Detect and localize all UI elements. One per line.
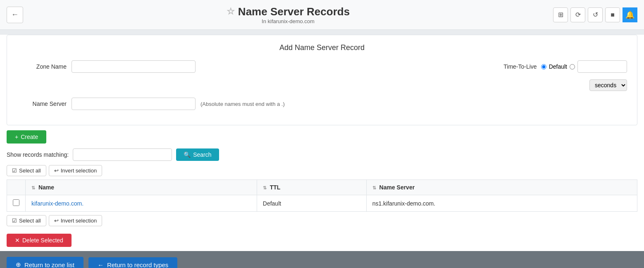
row-nameserver-cell: ns1.kifarunix-demo.com. (366, 195, 637, 212)
search-icon: 🔍 (184, 151, 191, 158)
checkbox-icon-top: ☑ (12, 168, 17, 174)
return-zone-button[interactable]: ⊕ Return to zone list (7, 257, 83, 268)
refresh-button[interactable]: ⟳ (570, 7, 585, 22)
seconds-select[interactable]: seconds (589, 79, 627, 91)
search-input[interactable] (73, 148, 172, 161)
notification-button[interactable]: 🔔 (623, 7, 637, 22)
ttl-value-input[interactable] (577, 60, 627, 73)
top-actions-row: ☑ Select all ↩ Invert selection (7, 165, 637, 176)
invert-label-bottom: Invert selection (61, 218, 97, 224)
filter-icon: ⊞ (558, 11, 563, 19)
bottom-actions-row: ☑ Select all ↩ Invert selection (7, 215, 637, 226)
ttl-default-label: Default (549, 63, 567, 70)
page-title-text: Name Server Records (238, 5, 350, 18)
record-name-link[interactable]: kifarunix-demo.com. (31, 200, 83, 207)
select-all-button-bottom[interactable]: ☑ Select all (7, 215, 46, 226)
delete-icon: ✕ (15, 237, 20, 244)
topbar-right: ⊞ ⟳ ↺ ■ 🔔 (553, 7, 637, 22)
page-title: ☆ Name Server Records (23, 5, 553, 18)
delete-button[interactable]: ✕ Delete Selected (7, 234, 72, 247)
seconds-row: seconds (17, 79, 627, 91)
invert-label-top: Invert selection (61, 168, 97, 174)
name-column-header[interactable]: ⇅ Name (26, 180, 257, 195)
bottom-bar: ⊕ Return to zone list ← Return to record… (0, 251, 644, 268)
ttl-column-header[interactable]: ⇅ TTL (257, 180, 366, 195)
stop-icon: ■ (611, 11, 615, 19)
nameserver-column-header[interactable]: ⇅ Name Server (366, 180, 637, 195)
filter-button[interactable]: ⊞ (553, 7, 568, 22)
checkbox-column-header (7, 180, 26, 195)
name-server-row: Name Server (Absolute names must end wit… (17, 98, 627, 110)
page-subtitle: In kifarunix-demo.com (23, 18, 553, 24)
return-record-icon: ← (98, 261, 104, 268)
add-record-panel: Add Name Server Record Zone Name Time-To… (7, 35, 637, 125)
topbar: ← ☆ Name Server Records In kifarunix-dem… (0, 0, 644, 30)
name-server-label: Name Server (17, 100, 67, 107)
form-title: Add Name Server Record (17, 43, 627, 52)
table-row: kifarunix-demo.com. Default ns1.kifaruni… (7, 195, 637, 212)
stop-button[interactable]: ■ (605, 7, 620, 22)
notification-icon: 🔔 (625, 10, 634, 19)
search-button-label: Search (193, 151, 211, 158)
row-name-cell: kifarunix-demo.com. (26, 195, 257, 212)
sort-icon-ttl: ⇅ (263, 185, 267, 190)
ttl-default-radio-group: Default (541, 60, 627, 73)
zone-name-input[interactable] (72, 60, 196, 73)
rotate-button[interactable]: ↺ (588, 7, 603, 22)
return-zone-icon: ⊕ (16, 261, 21, 268)
row-checkbox[interactable] (13, 199, 19, 206)
invert-selection-button-top[interactable]: ↩ Invert selection (49, 165, 102, 176)
select-all-button-top[interactable]: ☑ Select all (7, 165, 46, 176)
back-icon: ← (11, 10, 19, 19)
select-all-label-bottom: Select all (19, 218, 41, 224)
rotate-icon: ↺ (593, 11, 598, 19)
invert-icon-top: ↩ (54, 168, 59, 174)
search-row: Show records matching: 🔍 Search (7, 148, 637, 161)
invert-selection-button-bottom[interactable]: ↩ Invert selection (49, 215, 102, 226)
ttl-section: Time-To-Live Default (503, 60, 627, 73)
create-button[interactable]: + Create (7, 130, 46, 144)
sort-icon-ns: ⇅ (372, 185, 376, 190)
records-table: ⇅ Name ⇅ TTL ⇅ Name Server kifarunix-d (7, 179, 637, 212)
name-server-hint: (Absolute names must end with a .) (200, 101, 285, 107)
zone-name-label: Zone Name (17, 63, 67, 70)
row-checkbox-cell (7, 195, 26, 212)
back-button[interactable]: ← (7, 7, 23, 23)
topbar-center: ☆ Name Server Records In kifarunix-demo.… (23, 5, 553, 24)
delete-label: Delete Selected (22, 237, 63, 244)
checkbox-icon-bottom: ☑ (12, 218, 17, 224)
sort-icon-name: ⇅ (31, 185, 35, 190)
main-content: Add Name Server Record Zone Name Time-To… (0, 35, 644, 251)
search-label: Show records matching: (7, 151, 69, 158)
return-record-label: Return to record types (107, 261, 168, 268)
return-zone-label: Return to zone list (24, 261, 74, 268)
search-button[interactable]: 🔍 Search (176, 148, 219, 161)
select-all-label-top: Select all (19, 168, 41, 174)
row-ttl-cell: Default (257, 195, 366, 212)
table-header-row: ⇅ Name ⇅ TTL ⇅ Name Server (7, 180, 637, 195)
ttl-custom-radio[interactable] (570, 64, 575, 69)
ttl-default-radio[interactable] (541, 64, 546, 69)
zone-name-row: Zone Name Time-To-Live Default (17, 60, 627, 73)
topbar-left: ← (7, 7, 23, 23)
table-header: ⇅ Name ⇅ TTL ⇅ Name Server (7, 180, 637, 195)
table-body: kifarunix-demo.com. Default ns1.kifaruni… (7, 195, 637, 212)
invert-icon-bottom: ↩ (54, 218, 59, 224)
name-server-input[interactable] (72, 98, 196, 110)
create-icon: + (15, 134, 18, 140)
ttl-label: Time-To-Live (503, 63, 537, 70)
refresh-icon: ⟳ (575, 11, 581, 19)
return-record-button[interactable]: ← Return to record types (88, 257, 177, 268)
star-icon[interactable]: ☆ (227, 6, 235, 17)
create-label: Create (21, 134, 38, 140)
